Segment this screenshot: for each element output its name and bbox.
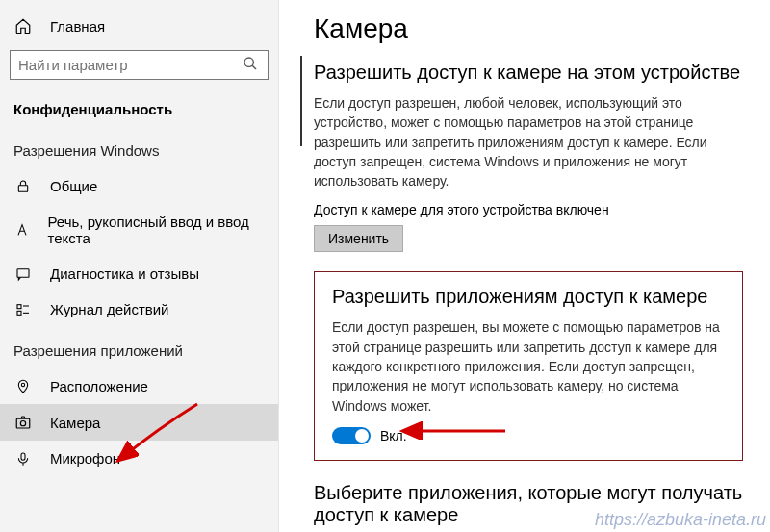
lock-icon	[13, 179, 33, 194]
toggle-switch-icon	[332, 427, 371, 444]
svg-rect-9	[16, 418, 30, 428]
sidebar-item-label: Микрофон	[50, 450, 120, 467]
search-icon	[243, 56, 260, 74]
camera-icon	[13, 414, 33, 431]
sidebar-item-label: Камера	[50, 415, 100, 431]
sidebar-item-microphone[interactable]: Микрофон	[0, 441, 278, 476]
svg-point-10	[20, 421, 25, 426]
sidebar-item-diagnostics[interactable]: Диагностика и отзывы	[0, 256, 278, 291]
sidebar-section-privacy: Конфиденциальность	[0, 86, 278, 127]
section1-heading: Разрешить доступ к камере на этом устрой…	[314, 62, 743, 84]
section3-heading: Выберите приложения, которые могут получ…	[314, 482, 743, 526]
svg-rect-5	[17, 311, 21, 315]
feedback-icon	[13, 266, 33, 282]
sidebar-item-speech[interactable]: Речь, рукописный ввод и ввод текста	[0, 204, 278, 256]
sidebar-section-windows: Разрешения Windows	[0, 127, 278, 168]
location-icon	[13, 379, 33, 394]
toggle-label: Вкл.	[380, 428, 407, 443]
change-button[interactable]: Изменить	[314, 225, 403, 252]
content-pane: Камера Разрешить доступ к камере на этом…	[279, 0, 770, 532]
sidebar-item-label: Журнал действий	[50, 301, 168, 317]
svg-line-1	[252, 65, 256, 69]
sidebar-item-location[interactable]: Расположение	[0, 368, 278, 404]
section2-heading: Разрешить приложениям доступ к камере	[332, 286, 725, 308]
home-icon	[13, 17, 33, 35]
sidebar-home[interactable]: Главная	[0, 8, 278, 44]
scroll-indicator	[300, 56, 302, 146]
svg-rect-2	[18, 185, 27, 191]
svg-point-8	[21, 383, 24, 386]
sidebar-item-label: Речь, рукописный ввод и ввод текста	[48, 214, 266, 246]
svg-point-0	[244, 58, 253, 66]
device-access-status: Доступ к камере для этого устройства вкл…	[314, 202, 743, 217]
section1-description: Если доступ разрешен, любой человек, исп…	[314, 93, 743, 190]
sidebar-item-activity[interactable]: Журнал действий	[0, 291, 278, 327]
sidebar-item-camera[interactable]: Камера	[0, 404, 278, 441]
apps-access-toggle[interactable]: Вкл.	[332, 427, 725, 444]
text-icon	[13, 222, 31, 238]
sidebar: Главная Конфиденциальность Разрешения Wi…	[0, 0, 279, 532]
activity-icon	[13, 302, 33, 317]
sidebar-item-label: Общие	[50, 178, 97, 194]
sidebar-item-label: Главная	[50, 18, 105, 35]
apps-access-box: Разрешить приложениям доступ к камере Ес…	[314, 271, 743, 460]
page-title: Камера	[314, 13, 743, 44]
search-input-wrap[interactable]	[10, 50, 269, 80]
svg-rect-11	[21, 453, 25, 460]
sidebar-item-label: Диагностика и отзывы	[50, 266, 199, 282]
svg-rect-4	[17, 304, 21, 308]
sidebar-section-apps: Разрешения приложений	[0, 327, 278, 368]
sidebar-item-label: Расположение	[50, 378, 148, 394]
microphone-icon	[13, 451, 33, 467]
svg-rect-3	[17, 268, 29, 277]
search-input[interactable]	[18, 57, 243, 73]
section2-description: Если доступ разрешен, вы можете с помощь…	[332, 317, 725, 415]
sidebar-item-general[interactable]: Общие	[0, 168, 278, 204]
